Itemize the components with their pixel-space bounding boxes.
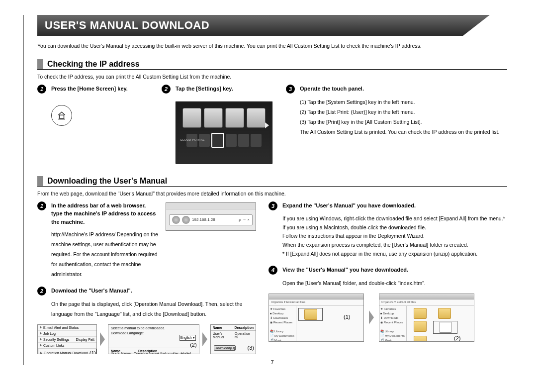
section2-heading-text: Downloading the User's Manual [47,177,167,186]
menu-item-highlight: Operation Manual Download [44,351,88,354]
section2-step3-line3: Follow the instructions that appear in t… [282,232,507,241]
section2-heading: Downloading the User's Manual [37,176,507,187]
menu-item: Job Log [43,332,56,335]
browser-back-icon [172,216,180,224]
fw-toolbar-text: Organize ▾ Extract all files [379,299,474,306]
settings-tile-highlight [211,133,224,148]
download-panel-thumb: Select a manual to be downloaded. Downlo… [108,324,199,354]
section2-step3-line2: If you are using a Macintosh, double-cli… [282,223,507,232]
page-number: 7 [37,359,507,365]
page-title-text: USER'S MANUAL DOWNLOAD [45,19,209,31]
file-window-2: Organize ▾ Extract all files ★ Favorites… [379,294,474,342]
language-value: English [180,336,192,339]
step-number-3-icon: 3 [286,85,295,94]
section1-steps-row: 1 Press the [Home Screen] key. 2 Tap the… [37,85,507,164]
section1-step2-title: Tap the [Settings] key. [176,85,233,93]
step-number-4-icon: 4 [268,266,277,275]
section2-desc: From the web page, download the "User's … [37,191,507,196]
section2-step3-title: Expand the "User's Manual" you have down… [282,201,416,210]
arrow-right-icon [100,332,105,346]
file-windows-row: Organize ▾ Extract all files ★ Favorites… [268,294,507,342]
folder-icon [438,308,451,319]
home-screen-icon [51,105,72,126]
menu-item: Custom Links [43,344,64,347]
step-number-1-icon: 1 [37,85,46,94]
panel-tile [247,108,266,128]
browser-illustration: 192.168.1.28 ρ → × [166,202,256,231]
page-title: USER'S MANUAL DOWNLOAD [37,15,507,36]
folder-icon [414,308,427,319]
html-file-icon [440,322,451,333]
row-desc: Operation m [235,332,254,339]
section1-step3-line3: (3) Tap the [Print] key in the [All Cust… [300,117,507,127]
section2-step3-line1: If you are using Windows, right-click th… [282,214,507,223]
index-file-highlight [433,321,457,334]
folder-icon [414,336,427,342]
section1-step3: 3 Operate the touch panel. (1) Tap the [… [286,85,507,164]
arrow-right-icon [369,310,374,324]
step-number-2-icon: 2 [37,287,46,295]
row-name: User's Manual [111,352,134,354]
callout-2: (2) [454,335,460,341]
svg-rect-0 [60,115,64,118]
section1-step2: 2 Tap the [Settings] key. CLOUD PORTAL [162,85,276,164]
arrow-right-icon [202,332,207,346]
dl-panel-lang-label: Download Language: [111,331,144,335]
section1-step3-title: Operate the touch panel. [300,85,364,93]
section2-step1-body: http://Machine's IP address/ Depending o… [37,230,158,280]
section2-step4-title: View the "User's Manual" you have downlo… [282,266,408,274]
menu-item: E-mail Alert and Status [43,326,79,329]
menu-item: Security Settings [43,338,70,341]
section2-step3-line5: * If [Expand All] does not appear in the… [282,250,507,259]
section2-columns: 1 In the address bar of a web browser, t… [37,201,507,354]
section2-step1-title: In the address bar of a web browser, typ… [51,201,158,226]
folder-item [409,321,431,334]
browser-refresh-icon: ρ → × [239,217,250,222]
section1-step3-line4: The All Custom Setting List is printed. … [300,127,507,137]
section1-step1: 1 Press the [Home Screen] key. [37,85,152,164]
section2-left-col: 1 In the address bar of a web browser, t… [37,201,256,354]
callout-1: (1) [344,314,350,320]
section2-step4-line1: Open the [User's Manual] folder, and dou… [268,279,507,289]
panel-tile [225,108,244,128]
heading-bar-icon [37,176,43,186]
step-number-2-icon: 2 [162,85,171,94]
row-desc: Operation manual that provides detailed … [134,352,196,354]
panel-small-tile [226,134,237,147]
cloud-portal-label: CLOUD PORTAL [180,138,205,141]
intro-text: You can download the User's Manual by ac… [37,42,507,50]
section2-right-col: 3 Expand the "User's Manual" you have do… [268,201,507,354]
step-number-1-icon: 1 [37,201,46,210]
section1-step3-line1: (1) Tap the [System Settings] key in the… [300,98,507,107]
heading-bar-icon [37,59,43,69]
folder-item [433,308,455,319]
callout-1: (1) [90,350,96,354]
panel-tile [204,108,223,128]
callout-3: (3) [248,345,254,351]
file-window-1: Organize ▾ Extract all files ★ Favorites… [268,294,364,342]
folder-item [409,308,431,319]
fw-sidebar: ★ Favorites ■ Desktop ⬇ Downloads ◉ Rece… [379,306,407,342]
th-name: Name [213,326,235,329]
row-name: User's Manual [213,332,235,339]
panel-small-tile [251,134,262,147]
menu-item-extra: Display Patt [76,338,94,341]
section2-step2-title: Download the "User's Manual". [51,287,132,295]
step-number-3-icon: 3 [268,201,277,210]
callout-2: (2) [190,342,196,348]
browser-forward-icon [182,216,190,224]
fw-sidebar: ★ Favorites ■ Desktop ⬇ Downloads ◉ Rece… [269,306,296,342]
section1-step3-line2: (2) Tap the [List Print: (User)] key in … [300,107,507,117]
zip-file-highlight [298,308,323,321]
section1-heading-text: Checking the IP address [47,60,140,69]
section1-desc: To check the IP address, you can print t… [37,74,507,80]
fw-toolbar-text: Organize ▾ Extract all files [269,299,363,306]
download-thumbs-row: E-mail Alert and Status Job Log Security… [37,324,256,354]
section2-step2-body: On the page that is displayed, click [Op… [37,299,256,319]
section1-heading: Checking the IP address [37,59,507,70]
download-button-highlight: Download(D) [214,345,236,351]
download-button-thumb: Name Description User's Manual Operation… [210,324,256,354]
folder-icon [304,309,317,320]
browser-url: 192.168.1.28 [192,217,237,222]
th-desc: Description [234,326,254,329]
